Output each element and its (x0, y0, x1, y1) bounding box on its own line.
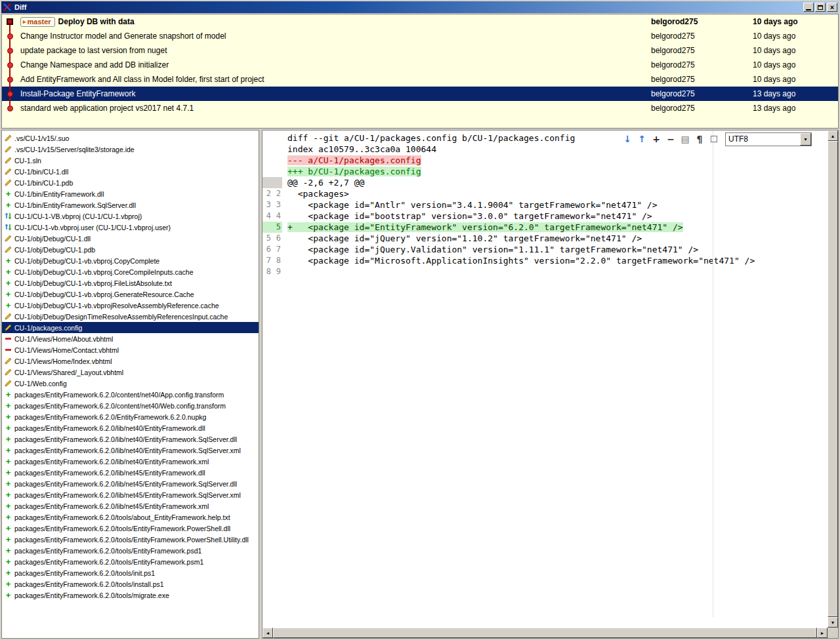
file-row[interactable]: +packages/EntityFramework.6.2.0/lib/net4… (2, 489, 259, 500)
file-row[interactable]: +packages/EntityFramework.6.2.0/lib/net4… (2, 500, 259, 511)
new-line-number: 5 (272, 222, 282, 233)
rename-icon (4, 224, 12, 231)
file-name: CU-1/Web.config (14, 380, 67, 388)
file-row[interactable]: CU-1/obj/Debug/CU-1.dll (2, 233, 259, 244)
file-row[interactable]: .vs/CU-1/v15/Server/sqlite3/storage.ide (2, 144, 259, 155)
file-row[interactable]: CU-1/obj/Debug/DesignTimeResolveAssembly… (2, 311, 259, 322)
file-row[interactable]: +packages/EntityFramework.6.2.0/content/… (2, 400, 259, 411)
encoding-select[interactable]: UTF8 ▼ (725, 132, 812, 146)
arrow-down-icon: ↓ (623, 134, 631, 144)
file-row[interactable]: +packages/EntityFramework.6.2.0/lib/net4… (2, 478, 259, 489)
commit-row[interactable]: Change Namespace and add DB initializerb… (2, 58, 838, 72)
previous-difference-button[interactable]: ↑ (635, 132, 649, 146)
increase-context-button[interactable]: + (649, 132, 663, 146)
file-name: CU-1/CU-1-vb.vbproj.user (CU-1/CU-1.vbpr… (14, 224, 171, 231)
file-row[interactable]: +packages/EntityFramework.6.2.0/tools/En… (2, 523, 259, 534)
ruler-line (713, 130, 713, 617)
file-row[interactable]: CU-1/packages.config (2, 322, 259, 333)
commit-row[interactable]: Install-Package EntityFrameworkbelgorod2… (2, 87, 838, 101)
file-row[interactable]: CU-1/Views/Home/About.vbhtml (2, 333, 259, 344)
file-row[interactable]: CU-1/obj/Debug/CU-1.pdb (2, 244, 259, 255)
file-row[interactable]: +CU-1/obj/Debug/CU-1-vb.vbproj.FileListA… (2, 277, 259, 289)
commit-graph-cell (2, 18, 18, 25)
commit-graph-cell (2, 62, 18, 68)
commit-row[interactable]: ▸masterDeploy DB with databelgorod27510 … (2, 14, 838, 29)
horizontal-scroll-thumb[interactable] (273, 628, 817, 638)
commit-message: Change Namespace and add DB initializer (18, 60, 651, 70)
file-row[interactable]: +packages/EntityFramework.6.2.0/EntityFr… (2, 411, 259, 422)
close-button[interactable]: × (827, 3, 837, 12)
pencil-icon (4, 168, 12, 175)
file-row[interactable]: +packages/EntityFramework.6.2.0/lib/net4… (2, 445, 259, 456)
encoding-value: UTF8 (726, 134, 800, 144)
diff-line-text (282, 266, 287, 277)
maximize-button[interactable] (815, 3, 826, 12)
file-row[interactable]: +CU-1/obj/Debug/CU-1-vb.vbproj.CopyCompl… (2, 255, 259, 266)
minimize-button[interactable] (803, 3, 814, 12)
diff-vertical-scrollbar[interactable]: ▲ ▼ (828, 130, 838, 628)
commit-row[interactable]: Change Instructor model and Generate sna… (2, 29, 838, 43)
scroll-left-button[interactable]: ◄ (262, 628, 273, 638)
commit-message-text: Add EntityFramework and All class in Mod… (20, 75, 264, 84)
minus-icon (4, 338, 12, 340)
file-row[interactable]: +CU-1/bin/EntityFramework.dll (2, 188, 259, 199)
commit-row[interactable]: standard web application project vs2017 … (2, 101, 838, 115)
show-entire-file-button[interactable]: ▤ (678, 132, 692, 146)
new-line-number: 7 (272, 244, 282, 255)
file-row[interactable]: +packages/EntityFramework.6.2.0/lib/net4… (2, 456, 259, 467)
diff-line-text: index ac10579..3c3ca0a 100644 (282, 144, 436, 155)
file-row[interactable]: CU-1/Views/Home/Index.vbhtml (2, 355, 259, 367)
file-row[interactable]: +packages/EntityFramework.6.2.0/tools/mi… (2, 590, 259, 601)
arrow-up-icon: ↑ (638, 134, 646, 144)
decrease-context-button[interactable]: − (663, 132, 678, 146)
scroll-down-button[interactable]: ▼ (828, 617, 838, 628)
commit-row[interactable]: update package to last version from nuge… (2, 43, 838, 58)
file-row[interactable]: CU-1/Views/Home/Contact.vbhtml (2, 344, 259, 355)
file-row[interactable]: +packages/EntityFramework.6.2.0/tools/in… (2, 567, 259, 578)
file-name: packages/EntityFramework.6.2.0/lib/net45… (14, 491, 241, 499)
file-row[interactable]: +CU-1/obj/Debug/CU-1-vb.vbprojResolveAss… (2, 300, 259, 311)
diff-line-text: <package id="Antlr" version="3.4.1.9004"… (282, 199, 658, 210)
commit-message-text: Change Namespace and add DB initializer (20, 60, 169, 70)
diff-line: 33 <package id="Antlr" version="3.4.1.90… (262, 199, 828, 210)
file-row[interactable]: CU-1/CU-1-vb.vbproj.user (CU-1/CU-1.vbpr… (2, 222, 259, 233)
file-row[interactable]: CU-1/bin/CU-1.dll (2, 166, 259, 177)
word-wrap-button[interactable]: ☐ (707, 132, 721, 146)
vertical-scroll-thumb[interactable] (828, 141, 838, 617)
file-row[interactable]: CU-1.sln (2, 155, 259, 166)
commit-row[interactable]: Add EntityFramework and All class in Mod… (2, 72, 838, 87)
commit-date: 13 days ago (753, 104, 838, 113)
chevron-down-icon[interactable]: ▼ (800, 133, 811, 146)
commit-message: Change Instructor model and Generate sna… (18, 31, 651, 41)
diff-line-text: @@ -2,6 +2,7 @@ (282, 177, 364, 188)
diff-horizontal-scrollbar[interactable]: ◄ ► (262, 628, 828, 638)
file-row[interactable]: +packages/EntityFramework.6.2.0/tools/in… (2, 578, 259, 590)
show-nonprinting-button[interactable]: ¶ (692, 132, 707, 146)
commit-date: 10 days ago (753, 46, 838, 55)
file-name: .vs/CU-1/v15/.suo (14, 134, 69, 142)
file-row[interactable]: +packages/EntityFramework.6.2.0/lib/net4… (2, 433, 259, 445)
scroll-up-button[interactable]: ▲ (828, 130, 838, 141)
file-row[interactable]: +packages/EntityFramework.6.2.0/tools/En… (2, 556, 259, 567)
old-line-number: 3 (262, 199, 272, 210)
next-difference-button[interactable]: ↓ (620, 132, 635, 146)
file-row[interactable]: +packages/EntityFramework.6.2.0/tools/En… (2, 534, 259, 545)
file-row[interactable]: .vs/CU-1/v15/.suo (2, 132, 259, 144)
file-row[interactable]: CU-1/Web.config (2, 378, 259, 389)
file-row[interactable]: +packages/EntityFramework.6.2.0/content/… (2, 389, 259, 400)
scroll-right-button[interactable]: ► (817, 628, 828, 638)
file-row[interactable]: CU-1/bin/CU-1.pdb (2, 177, 259, 188)
file-row[interactable]: +packages/EntityFramework.6.2.0/tools/ab… (2, 511, 259, 523)
file-row[interactable]: +packages/EntityFramework.6.2.0/lib/net4… (2, 467, 259, 478)
file-row[interactable]: CU-1/CU-1-VB.vbproj (CU-1/CU-1.vbproj) (2, 210, 259, 222)
file-row[interactable]: +packages/EntityFramework.6.2.0/lib/net4… (2, 422, 259, 433)
file-row[interactable]: CU-1/Views/Shared/_Layout.vbhtml (2, 367, 259, 378)
titlebar[interactable]: Diff × (1, 1, 839, 13)
file-row[interactable]: +CU-1/bin/EntityFramework.SqlServer.dll (2, 199, 259, 210)
file-row[interactable]: +packages/EntityFramework.6.2.0/tools/En… (2, 545, 259, 556)
file-row[interactable]: +CU-1/obj/Debug/CU-1-vb.vbproj.GenerateR… (2, 289, 259, 300)
file-row[interactable]: +CU-1/obj/Debug/CU-1-vb.vbproj.CoreCompi… (2, 266, 259, 277)
file-name: CU-1/obj/Debug/CU-1.pdb (14, 246, 95, 254)
old-line-number (262, 132, 272, 144)
file-name: CU-1/obj/Debug/CU-1-vb.vbproj.FileListAb… (14, 279, 172, 287)
